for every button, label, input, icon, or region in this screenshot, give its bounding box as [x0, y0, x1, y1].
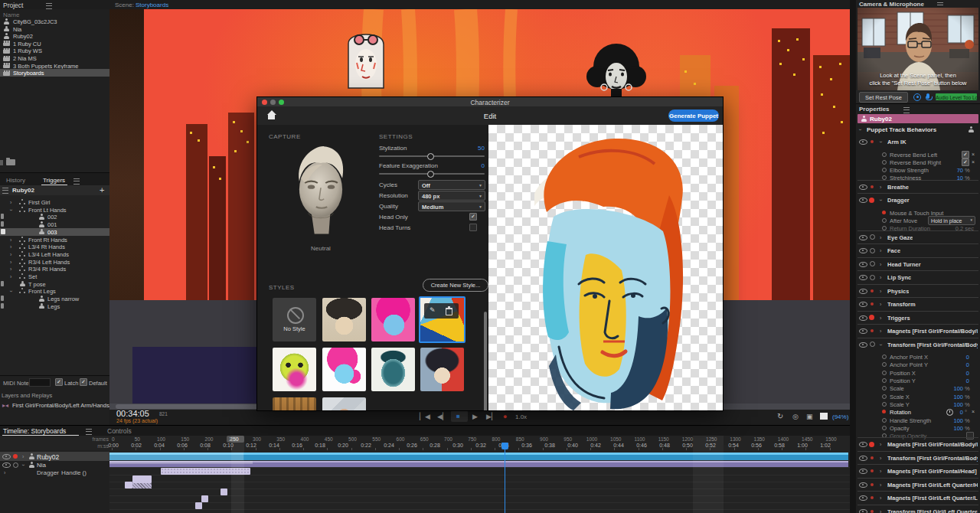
go-to-start-button[interactable]: ▏◀ [420, 413, 430, 421]
step-back-button[interactable]: ◀▏ [437, 413, 448, 421]
remove-icon[interactable]: × [972, 152, 975, 158]
chevron-right-icon[interactable]: › [880, 469, 881, 474]
ghosting-icon[interactable]: ◎ [792, 413, 799, 421]
chevron-right-icon[interactable]: › [880, 289, 881, 294]
chevron-right-icon[interactable]: › [880, 482, 881, 488]
record-button[interactable]: ● [503, 413, 507, 421]
record-bullet[interactable] [882, 211, 886, 214]
chevron-down-icon[interactable]: › [878, 344, 884, 345]
eye-icon[interactable] [859, 442, 867, 447]
style-thumbnail[interactable] [273, 348, 316, 391]
playhead-line[interactable] [505, 449, 505, 513]
behavior-property-row[interactable]: Position X0 [856, 369, 980, 377]
chevron-right-icon[interactable]: › [10, 260, 11, 265]
stopwatch-circle[interactable] [882, 168, 887, 172]
record-dot-small[interactable] [871, 302, 874, 306]
project-item[interactable]: 2 Nia MS [0, 54, 109, 62]
property-checkbox-empty[interactable] [966, 432, 974, 439]
tab-timeline[interactable]: Timeline: Storyboards [3, 427, 66, 435]
trigger-row[interactable]: 003 [0, 228, 109, 236]
stopwatch-circle[interactable] [882, 394, 887, 399]
remove-icon[interactable]: × [972, 409, 975, 415]
chevron-down-icon[interactable]: › [878, 200, 884, 201]
chevron-right-icon[interactable]: › [880, 456, 881, 461]
styles-scrollbar-thumb[interactable] [484, 312, 487, 411]
project-item[interactable]: CityBG_03c2JC3 [0, 18, 109, 25]
behavior-property-row[interactable]: Scale100% [856, 384, 980, 392]
chevron-down-icon[interactable]: › [8, 209, 14, 211]
chevron-right-icon[interactable]: › [10, 252, 11, 257]
style-preview-canvas[interactable] [488, 125, 723, 410]
behavior-property-row[interactable]: Reverse Bend Right✓× [856, 158, 980, 166]
record-dot-small[interactable] [871, 289, 874, 292]
style-thumbnail[interactable] [322, 397, 366, 411]
behavior-property-row[interactable]: Position Y0 [856, 377, 980, 384]
eye-icon[interactable] [859, 342, 867, 348]
keyframe-circle[interactable] [870, 248, 875, 253]
behavior-row[interactable]: ›Transform [856, 299, 980, 309]
record-dot-small[interactable] [871, 185, 874, 188]
behavior-row[interactable]: ›Transform [First Girl/Frontal/Body/Left… [856, 340, 980, 349]
record-arm-circle[interactable] [13, 462, 18, 468]
behavior-row[interactable]: ›Breathe [856, 182, 980, 191]
midi-note-input[interactable] [29, 378, 51, 387]
default-checkbox[interactable]: ✓ [80, 378, 87, 386]
timeline-track-dragger[interactable]: › Dragger › Handle () [0, 469, 109, 476]
timeline-lanes[interactable] [109, 450, 850, 513]
record-dot[interactable] [869, 198, 874, 203]
project-item[interactable]: 3 Both Puppets Keyframe [0, 62, 109, 70]
stopwatch-circle[interactable] [882, 386, 887, 390]
style-thumbnail[interactable] [273, 397, 316, 411]
playback-speed[interactable]: 1.0x [515, 413, 527, 421]
background-color-swatch[interactable] [820, 413, 828, 420]
property-checkbox[interactable]: ✓ [962, 158, 969, 166]
project-panel-menu-icon[interactable] [46, 3, 52, 9]
record-dot[interactable] [869, 442, 874, 447]
eye-icon[interactable] [859, 139, 867, 145]
stopwatch-circle[interactable] [882, 160, 887, 165]
record-dot-small[interactable] [871, 469, 874, 472]
stopwatch-circle[interactable] [882, 426, 887, 430]
chevron-right-icon[interactable]: › [880, 495, 881, 501]
replay-path[interactable]: First Girl/Frontal/Body/Left Arm/Hands/0… [12, 402, 120, 409]
stopwatch-circle[interactable] [882, 402, 887, 407]
behavior-row[interactable]: ›Transform [First Girl/Frontal/Body/Righ… [856, 453, 980, 462]
project-item[interactable]: 1 Ruby CU [0, 40, 109, 47]
chevron-right-icon[interactable]: › [880, 509, 881, 513]
trigger-row[interactable]: ›R3/4 Rt Hands [0, 265, 109, 273]
eye-icon[interactable] [859, 495, 867, 501]
timeline-track-ruby02[interactable]: › Ruby02 [0, 452, 109, 461]
behavior-property-row[interactable]: Elbow Strength70% [856, 166, 980, 174]
eye-icon[interactable] [859, 328, 867, 334]
record-dot-small[interactable] [871, 496, 874, 499]
chevron-right-icon[interactable]: › [10, 237, 11, 243]
record-bullet[interactable] [882, 410, 886, 413]
record-dot-small[interactable] [871, 329, 874, 332]
stopwatch-circle[interactable] [882, 355, 887, 359]
eye-icon[interactable] [859, 456, 867, 461]
behavior-row[interactable]: ›Magnets [First Girl/Frontal/Body/Left A… [856, 326, 980, 335]
stopwatch-circle[interactable] [882, 218, 887, 223]
trigger-row[interactable]: ›Set [0, 273, 109, 280]
eye-icon[interactable] [859, 248, 867, 253]
behavior-property-row[interactable]: Anchor Point X0 [856, 353, 980, 361]
clip-block[interactable] [201, 495, 208, 502]
trigger-row[interactable]: ›Front Lt Hands [0, 206, 109, 214]
record-dot-small[interactable] [871, 140, 874, 143]
behavior-property-row[interactable]: Scale X100% [856, 393, 980, 400]
eye-icon[interactable] [859, 235, 867, 240]
behavior-property-row[interactable]: Group Opacity [856, 432, 980, 439]
loop-icon[interactable]: ↻ [777, 412, 783, 421]
chevron-right-icon[interactable]: › [880, 275, 881, 280]
behavior-row[interactable]: ›Lip Sync [856, 273, 980, 282]
behavior-row[interactable]: ›Arm IK [856, 137, 980, 146]
timeline-track-nia[interactable]: › Nia [0, 461, 109, 469]
clip-block[interactable] [220, 488, 227, 495]
behavior-property-row[interactable]: Stretchiness10% [856, 174, 980, 181]
behavior-row[interactable]: ›Triggers [856, 313, 980, 322]
style-thumbnail[interactable] [371, 348, 415, 391]
style-thumbnail[interactable] [371, 298, 415, 341]
eye-icon[interactable] [859, 185, 867, 190]
keyframe-circle[interactable] [870, 341, 875, 347]
record-dot-small[interactable] [871, 483, 874, 486]
